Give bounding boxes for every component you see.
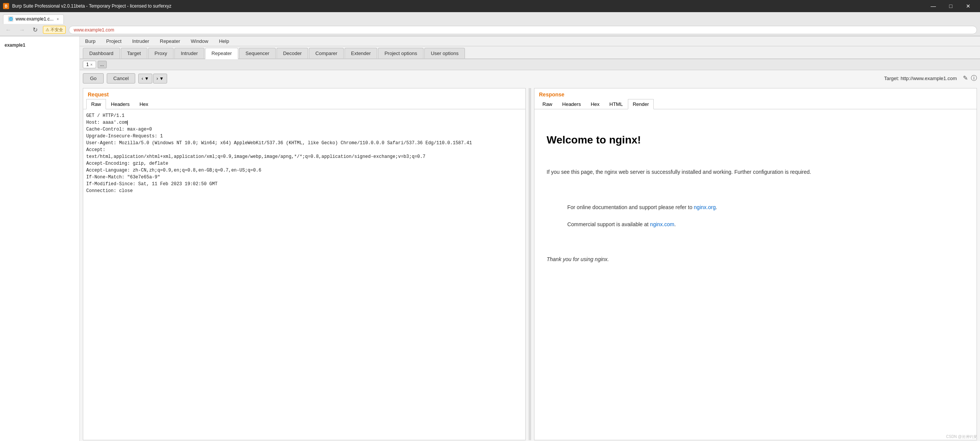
panel-divider[interactable] [529,88,531,440]
maximize-button[interactable]: □ [942,0,959,12]
browser-tabs: 🌐 www.example1.c... × [0,12,980,24]
tab-user-options[interactable]: User options [424,48,465,59]
request-tab-headers[interactable]: Headers [106,99,134,109]
window-controls: — □ ✕ [924,0,977,12]
target-label: Target: http://www.example1.com [884,76,957,81]
panels: Request Raw Headers Hex GET / HTTP/1.1 H… [83,88,977,440]
response-tab-hex[interactable]: Hex [586,99,605,109]
tab-proxy[interactable]: Proxy [148,48,173,59]
target-url: http://www.example1.com [900,76,957,81]
tab-dashboard[interactable]: Dashboard [83,48,120,59]
close-button[interactable]: ✕ [959,0,977,12]
response-panel-tabs: Raw Headers Hex HTML Render [535,99,977,109]
target-actions: ✎ ⓘ [963,75,977,82]
nginx-p2: For online documentation and support ple… [547,194,964,237]
response-tab-headers[interactable]: Headers [557,99,586,109]
security-warning: ⚠ 不安全 [43,26,66,34]
prev-button[interactable]: ‹ ▼ [138,74,152,84]
back-button[interactable]: ← [3,26,14,34]
menu-window[interactable]: Window [188,37,210,45]
request-panel-tabs: Raw Headers Hex [83,99,525,109]
menu-repeater[interactable]: Repeater [158,37,182,45]
request-tab-hex[interactable]: Hex [134,99,153,109]
response-panel: Response Raw Headers Hex HTML Render Wel… [534,88,977,440]
repeater-tabs-bar: 1 × ... [80,59,980,70]
tab-repeater[interactable]: Repeater [205,48,238,59]
edit-icon[interactable]: ✎ [963,75,968,82]
tab-decoder[interactable]: Decoder [277,48,308,59]
menu-help[interactable]: Help [216,37,231,45]
tab-target[interactable]: Target [121,48,147,59]
favicon: 🌐 [8,16,13,22]
nginx-p2-prefix: For online documentation and support ple… [567,204,694,210]
minimize-button[interactable]: — [924,0,942,12]
response-panel-content: Welcome to nginx! If you see this page, … [535,109,977,440]
next-button[interactable]: › ▼ [153,74,167,84]
tab-title: www.example1.c... [16,16,54,22]
app-area: Burp Project Intruder Repeater Window He… [80,36,980,441]
request-panel-title: Request [83,89,525,99]
tab-comparer[interactable]: Comparer [309,48,344,59]
sidebar: example1 [0,36,80,441]
repeater-tab-1-label: 1 [86,62,89,67]
address-bar[interactable] [69,26,977,34]
help-icon[interactable]: ⓘ [971,75,977,82]
repeater-tab-dots[interactable]: ... [98,61,107,68]
go-button[interactable]: Go [83,73,104,84]
response-tab-html[interactable]: HTML [605,99,627,109]
repeater-tab-1[interactable]: 1 × [83,61,96,68]
menu-intruder[interactable]: Intruder [130,37,151,45]
reload-button[interactable]: ↻ [30,25,40,34]
menu-bar: Burp Project Intruder Repeater Window He… [80,36,980,46]
nginx-p1: If you see this page, the nginx web serv… [547,168,964,176]
tab-project-options[interactable]: Project options [378,48,423,59]
nginx-heading: Welcome to nginx! [547,132,964,148]
title-bar: B Burp Suite Professional v2.0.11beta - … [0,0,980,12]
window-title: Burp Suite Professional v2.0.11beta - Te… [12,3,171,9]
request-panel-content[interactable]: GET / HTTP/1.1 Host: aaaa'.com Cache-Con… [83,109,525,440]
tab-intruder[interactable]: Intruder [174,48,204,59]
nav-arrows: ‹ ▼ › ▼ [138,74,167,84]
menu-burp[interactable]: Burp [83,37,98,45]
response-tab-raw[interactable]: Raw [538,99,557,109]
app-icon: B [3,3,9,9]
request-tab-raw[interactable]: Raw [86,99,106,109]
response-tab-render[interactable]: Render [628,99,654,109]
nginx-p3: Thank you for using nginx. [547,255,964,263]
browser-address-bar: ← → ↻ ⚠ 不安全 [0,24,980,36]
browser-chrome: 🌐 www.example1.c... × ← → ↻ ⚠ 不安全 [0,12,980,36]
tab-extender[interactable]: Extender [345,48,377,59]
browser-tab[interactable]: 🌐 www.example1.c... × [3,14,64,24]
tab-close-button[interactable]: × [57,17,59,21]
sidebar-site-label: example1 [0,40,80,51]
watermark: CSDN @沧洲钓叟 [946,434,977,439]
nginx-com-link[interactable]: nginx.com [650,221,674,227]
nginx-org-link[interactable]: nginx.org [694,204,716,210]
forward-button[interactable]: → [17,26,27,34]
main-layout: example1 Burp Project Intruder Repeater … [0,36,980,441]
menu-project[interactable]: Project [104,37,123,45]
tab-sequencer[interactable]: Sequencer [239,48,276,59]
repeater-tab-1-close[interactable]: × [91,63,93,67]
response-panel-title: Response [535,89,977,99]
request-panel: Request Raw Headers Hex GET / HTTP/1.1 H… [83,88,526,440]
target-prefix: Target: [884,76,900,81]
nav-tabs: Dashboard Target Proxy Intruder Repeater… [80,46,980,59]
nginx-p2-commercial: Commercial support is available at [567,221,650,227]
repeater-toolbar: Go Cancel ‹ ▼ › ▼ Target: http://www.exa… [83,73,977,84]
nginx-thanks: Thank you for using nginx. [547,256,609,262]
repeater-content: Go Cancel ‹ ▼ › ▼ Target: http://www.exa… [80,70,980,441]
cancel-button[interactable]: Cancel [107,73,135,84]
